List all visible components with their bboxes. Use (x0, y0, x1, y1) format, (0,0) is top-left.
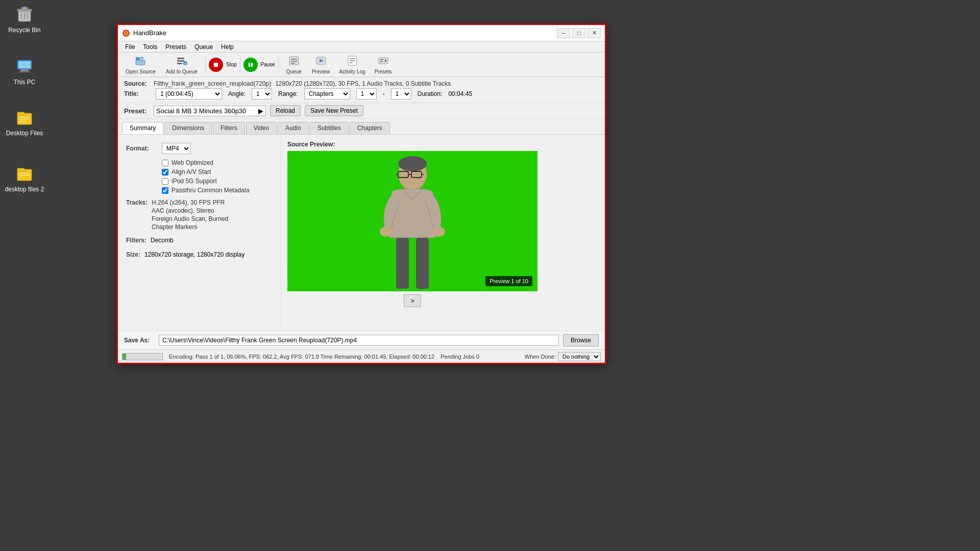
presets-label: Presets (375, 69, 392, 74)
svg-rect-57 (416, 238, 429, 289)
tab-video[interactable]: Video (246, 122, 277, 134)
filters-value: Decomb (151, 237, 174, 246)
desktop-files-label: Desktop Files (6, 130, 43, 137)
source-info: Source: Filthy_frank_green_screen_reuplo… (118, 77, 605, 103)
tab-summary[interactable]: Summary (122, 122, 163, 134)
stop-button[interactable] (209, 58, 223, 72)
preview-next-button[interactable]: > (404, 294, 421, 307)
reload-button[interactable]: Reload (270, 105, 301, 116)
passthru-row: Passthru Common Metadata (162, 187, 273, 194)
desktop-files-image (14, 107, 35, 128)
ipod-label: iPod 5G Support (172, 178, 217, 185)
desktop-files2-label: desktop files 2 (5, 186, 44, 193)
angle-select[interactable]: 1 (252, 88, 272, 99)
range-to-select[interactable]: 1 (391, 88, 411, 99)
svg-rect-25 (177, 58, 184, 59)
svg-rect-22 (136, 57, 140, 60)
activity-log-button[interactable]: Activity Log (335, 55, 369, 75)
track-3: Foreign Audio Scan, Burned (152, 215, 228, 222)
align-av-row: Align A/V Start (162, 168, 273, 176)
preset-row: Preset: Social 8 MB 3 Minutes 360p30 ▶ R… (118, 103, 605, 119)
menu-queue[interactable]: Queue (190, 42, 217, 52)
pause-button[interactable] (243, 58, 258, 72)
minimize-button[interactable]: ─ (557, 28, 570, 38)
passthru-checkbox[interactable] (162, 187, 168, 194)
preset-value: Social 8 MB 3 Minutes 360p30 (156, 107, 246, 115)
when-done-select[interactable]: Do nothing (558, 352, 601, 361)
maximize-button[interactable]: □ (572, 28, 585, 38)
tab-subtitles[interactable]: Subtitles (310, 122, 349, 134)
preview-label: Source Preview: (287, 141, 335, 148)
summary-panel: Format: MP4 MKV Web Optimized Align A/V … (118, 135, 281, 331)
align-av-label: Align A/V Start (172, 168, 211, 176)
tracks-section: Tracks: H.264 (x264), 30 FPS PFR AAC (av… (126, 199, 273, 232)
preset-dropdown-arrow: ▶ (258, 107, 263, 115)
menu-presets[interactable]: Presets (161, 42, 190, 52)
title-select[interactable]: 1 (00:04:45) (156, 88, 222, 99)
preset-select[interactable]: Social 8 MB 3 Minutes 360p30 ▶ (154, 106, 266, 116)
queue-button[interactable]: Queue (282, 55, 306, 75)
tab-chapters[interactable]: Chapters (350, 122, 390, 134)
open-source-button[interactable]: Open Source (122, 55, 159, 75)
window-body: File Tools Presets Queue Help Open Sourc… (118, 41, 605, 363)
menu-bar: File Tools Presets Queue Help (118, 41, 605, 53)
preview-image-wrap: Preview 1 of 10 (287, 151, 537, 291)
svg-rect-9 (18, 71, 31, 72)
title-label: Title: (124, 90, 150, 97)
preview-button[interactable]: Preview (308, 55, 334, 75)
desktop-files2-icon[interactable]: desktop files 2 (4, 163, 45, 193)
svg-rect-32 (251, 63, 253, 67)
add-to-queue-button[interactable]: + Add to Queue (161, 55, 202, 75)
open-source-icon (135, 55, 146, 68)
menu-tools[interactable]: Tools (139, 42, 161, 52)
preview-nav: > (287, 294, 537, 307)
close-button[interactable]: ✕ (587, 28, 601, 38)
track-4: Chapter Markers (152, 223, 228, 231)
recycle-bin-icon[interactable]: Recycle Bin (4, 4, 45, 34)
source-label: Source: (124, 80, 150, 87)
svg-rect-23 (136, 60, 145, 65)
tracks-label: Tracks: (126, 199, 148, 230)
save-as-input[interactable] (159, 335, 559, 346)
tab-dimensions[interactable]: Dimensions (164, 122, 212, 134)
tab-audio[interactable]: Audio (278, 122, 309, 134)
status-bar: Encoding: Pass 1 of 1, 09.06%, FPS: 062.… (118, 349, 605, 363)
recycle-bin-label: Recycle Bin (8, 27, 40, 34)
ipod-checkbox[interactable] (162, 178, 168, 185)
presets-icon (378, 55, 389, 68)
duration-label: Duration: (418, 90, 443, 97)
format-select[interactable]: MP4 MKV (162, 143, 191, 154)
tracks-list: H.264 (x264), 30 FPS PFR AAC (avcodec), … (152, 199, 228, 232)
preview-image: Preview 1 of 10 (287, 151, 537, 291)
web-optimized-checkbox[interactable] (162, 160, 168, 166)
queue-icon (288, 55, 300, 68)
toolbar-separator-1 (205, 57, 206, 73)
format-label: Format: (126, 145, 162, 152)
web-optimized-label: Web Optimized (172, 159, 213, 166)
track-1: H.264 (x264), 30 FPS PFR (152, 199, 228, 206)
save-as-label: Save As: (124, 337, 155, 344)
passthru-label: Passthru Common Metadata (172, 187, 250, 194)
presets-button[interactable]: Presets (371, 55, 396, 75)
window-title: HandBrake (133, 29, 557, 37)
range-from-select[interactable]: 1 (356, 88, 377, 99)
menu-file[interactable]: File (121, 42, 139, 52)
svg-rect-11 (17, 112, 24, 115)
toolbar-separator-3 (278, 57, 279, 73)
svg-rect-30 (214, 63, 218, 67)
progress-bar-wrap (122, 353, 163, 360)
tab-filters[interactable]: Filters (213, 122, 245, 134)
this-pc-icon[interactable]: This PC (4, 56, 45, 86)
menu-help[interactable]: Help (217, 42, 238, 52)
preview-icon (315, 55, 327, 68)
save-new-preset-button[interactable]: Save New Preset (305, 105, 363, 116)
desktop-files-icon[interactable]: Desktop Files (4, 107, 45, 137)
browse-button[interactable]: Browse (563, 334, 599, 346)
svg-rect-16 (17, 168, 24, 171)
source-filename: Filthy_frank_green_screen_reupload(720p) (154, 80, 271, 87)
range-type-select[interactable]: Chapters (304, 88, 350, 99)
open-source-label: Open Source (126, 69, 156, 74)
align-av-checkbox[interactable] (162, 169, 168, 176)
handbrake-app-icon (122, 29, 130, 37)
handbrake-window: HandBrake ─ □ ✕ File Tools Presets Queue… (116, 23, 606, 364)
